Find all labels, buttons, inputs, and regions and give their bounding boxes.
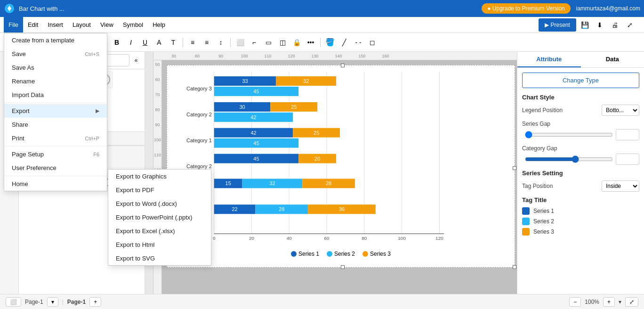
export-graphics[interactable]: Export to Graphics [108, 170, 211, 183]
svg-text:28: 28 [279, 206, 284, 212]
series3-label: Series 3 [533, 228, 554, 235]
export-word[interactable]: Export to Word (.docx) [108, 197, 211, 211]
connector-button[interactable]: ⌐ [248, 36, 261, 49]
status-left: ⬜ Page-1 ▾ | Page-1 + [6, 297, 562, 307]
align-left-button[interactable]: ≡ [186, 36, 199, 49]
text-box-button[interactable]: ⬜ [233, 36, 247, 49]
export-pdf[interactable]: Export to PDF [108, 183, 211, 197]
menu-print[interactable]: Print Ctrl+P [4, 131, 107, 145]
app-logo [4, 3, 15, 14]
category-gap-input[interactable]: 58.0 [616, 154, 639, 165]
callout-button[interactable]: ◫ [276, 36, 289, 49]
menu-rename[interactable]: Rename [4, 74, 107, 88]
menu-create-template[interactable]: Create from a template [4, 33, 107, 47]
svg-text:45: 45 [253, 140, 259, 146]
align-center-button[interactable]: ≡ [200, 36, 213, 49]
menu-export[interactable]: Export ▶ Export to Graphics Export to PD… [4, 104, 107, 118]
series1-color [522, 207, 530, 215]
add-page-btn[interactable]: + [89, 297, 101, 307]
menu-save-as[interactable]: Save As [4, 61, 107, 74]
chart-selection-frame[interactable]: Category 3 Category 2 Category 1 Categor… [167, 65, 515, 268]
tab-attribute[interactable]: Attribute [517, 52, 581, 67]
canvas-background[interactable]: Category 3 Category 2 Category 1 Categor… [162, 60, 517, 294]
line-color-button[interactable]: ╱ [338, 36, 351, 49]
svg-text:15: 15 [225, 180, 231, 186]
print-icon[interactable]: 🖨 [608, 18, 621, 32]
menu-home[interactable]: Home [4, 177, 107, 191]
svg-text:80: 80 [362, 236, 367, 241]
preview-icon[interactable]: ▶ Present [539, 18, 576, 32]
chart-legend: Series 1 Series 2 Series 3 [167, 249, 515, 259]
series-gap-row: 0 [522, 129, 639, 140]
svg-text:0: 0 [213, 236, 216, 241]
menu-edit[interactable]: Edit [23, 17, 43, 33]
zoom-dropdown-btn[interactable]: ▾ [619, 299, 621, 305]
fullscreen-btn[interactable]: ⤢ [625, 297, 638, 307]
download-icon[interactable]: ⬇ [593, 18, 606, 32]
text-button[interactable]: T [167, 36, 180, 49]
menu-save[interactable]: Save Ctrl+S [4, 47, 107, 61]
resize-handle-top[interactable] [341, 64, 345, 67]
menu-user-preference[interactable]: User Preference [4, 161, 107, 175]
category-gap-slider[interactable] [525, 155, 613, 163]
legend-series3: Series 3 [362, 251, 391, 257]
italic-button[interactable]: I [124, 36, 137, 49]
export-xlsx[interactable]: Export to Excel (.xlsx) [108, 224, 211, 238]
share-icon[interactable]: ⤢ [623, 18, 636, 32]
menu-file[interactable]: File Create from a template Save Ctrl+S … [4, 17, 23, 33]
export-pptx[interactable]: Export to PowerPoint (.pptx) [108, 211, 211, 224]
underline-button[interactable]: U [138, 36, 152, 49]
zoom-plus-btn[interactable]: + [603, 297, 615, 307]
shape-button[interactable]: ▭ [262, 36, 275, 49]
svg-text:36: 36 [339, 206, 345, 212]
right-panel: Attribute Data Change Type Chart Style L… [517, 52, 644, 294]
upgrade-button[interactable]: ● Upgrade to Premium Version [482, 3, 571, 14]
tab-data[interactable]: Data [581, 52, 644, 67]
shadow-button[interactable]: ◻ [366, 36, 379, 49]
menu-import-data[interactable]: Import Data [4, 88, 107, 102]
font-color-button[interactable]: A [153, 36, 166, 49]
svg-text:22: 22 [232, 206, 238, 212]
menu-page-setup[interactable]: Page Setup F6 [4, 147, 107, 161]
series2-row: Series 2 [522, 218, 639, 225]
more-button[interactable]: ••• [304, 36, 317, 49]
fill-color-button[interactable]: 🪣 [323, 36, 337, 49]
page-view-btn[interactable]: ⬜ [6, 297, 21, 307]
menu-view[interactable]: View [96, 17, 118, 33]
menu-help[interactable]: Help [148, 17, 170, 33]
resize-handle-br[interactable] [513, 265, 516, 269]
page-display: Page-1 [67, 299, 86, 305]
resize-handle-bottom[interactable] [341, 265, 345, 269]
legend-position-select[interactable]: Botto... Top Left Right [602, 105, 639, 116]
category-gap-label: Category Gap [522, 145, 639, 152]
tag-position-select[interactable]: Inside Outside Center [602, 180, 639, 192]
export-svg[interactable]: Export to SVG [108, 252, 211, 265]
collapse-button[interactable]: « [129, 54, 143, 67]
preference-close[interactable]: ✕ [102, 135, 141, 142]
menu-insert[interactable]: Insert [43, 17, 68, 33]
svg-text:120: 120 [435, 236, 443, 241]
svg-text:30: 30 [239, 104, 245, 110]
series2-label: Series 2 [533, 218, 554, 225]
resize-handle-right[interactable] [513, 166, 516, 170]
lock-button[interactable]: 🔒 [290, 36, 303, 49]
menu-share[interactable]: Share [4, 118, 107, 131]
save-icon[interactable]: 💾 [578, 18, 591, 32]
legend-series2: Series 2 [327, 251, 355, 257]
series3-row: Series 3 [522, 228, 639, 236]
line-style-button[interactable]: - - [352, 36, 365, 49]
page-dropdown-btn[interactable]: ▾ [47, 297, 58, 307]
export-html[interactable]: Export to Html [108, 238, 211, 252]
series-gap-slider[interactable] [525, 131, 613, 138]
bold-button[interactable]: B [110, 36, 123, 49]
menu-layout[interactable]: Layout [68, 17, 96, 33]
window-title: Bar Chart with ... [19, 5, 482, 12]
zoom-minus-btn[interactable]: − [569, 297, 581, 307]
svg-text:Category 2: Category 2 [186, 163, 212, 169]
basic-shapes-close[interactable]: ✕ [102, 155, 141, 163]
menu-symbol[interactable]: Symbol [118, 17, 148, 33]
line-spacing-button[interactable]: ↕ [214, 36, 227, 49]
change-type-button[interactable]: Change Type [522, 73, 639, 88]
svg-text:42: 42 [250, 130, 256, 136]
series-gap-input[interactable]: 0 [616, 129, 639, 140]
